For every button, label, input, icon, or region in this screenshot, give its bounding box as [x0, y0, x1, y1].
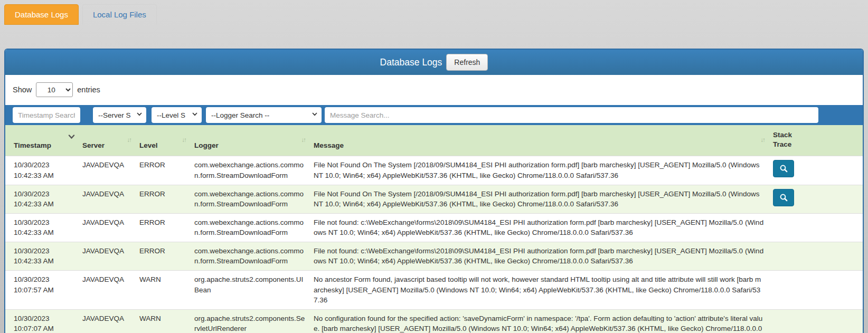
stack-trace-button[interactable] — [773, 189, 794, 206]
logger-select[interactable]: --Logger Search -- — [206, 107, 322, 123]
timestamp-search-input[interactable] — [13, 107, 80, 123]
column-header-stack-trace: Stack Trace — [769, 125, 863, 156]
column-header-logger[interactable]: Logger↓↑ — [190, 125, 309, 156]
message-cell: No configuration found for the specified… — [309, 309, 769, 333]
logger-cell: org.apache.struts2.components.UIBean — [190, 270, 309, 309]
entries-label: entries — [77, 85, 100, 94]
level-select[interactable]: --Level S — [152, 107, 202, 123]
server-cell: JAVADEVQA — [78, 185, 135, 213]
timestamp-cell: 10/30/2023 10:07:07 AM — [5, 309, 78, 333]
sort-both-icon: ↓↑ — [301, 137, 306, 143]
level-cell: ERROR — [135, 242, 190, 270]
level-cell: ERROR — [135, 185, 190, 213]
page-background: { "tabs": [ { "label": "Database Logs", … — [0, 0, 868, 333]
timestamp-cell: 10/30/2023 10:07:57 AM — [5, 270, 78, 309]
column-label: Timestamp — [14, 141, 51, 149]
table-head: TimestampServer↓↑Level↓↑Logger↓↑Message↓… — [5, 125, 863, 156]
column-label: Level — [139, 141, 158, 149]
table-row: 10/30/2023 10:07:07 AMJAVADEVQAWARNorg.a… — [5, 309, 863, 333]
entries-select[interactable]: 10 — [36, 82, 73, 97]
timestamp-cell: 10/30/2023 10:42:33 AM — [5, 213, 78, 242]
column-label: Server — [82, 141, 105, 149]
database-logs-panel: Database Logs Refresh Show 10 entries --… — [4, 49, 864, 333]
column-header-timestamp[interactable]: Timestamp — [5, 125, 78, 156]
stack-trace-cell — [769, 213, 863, 242]
message-cell: File not found: c:\WebExchange\forms\201… — [309, 242, 769, 270]
show-label: Show — [13, 85, 32, 94]
message-search-input[interactable] — [325, 107, 818, 123]
server-cell: JAVADEVQA — [78, 242, 135, 270]
table-row: 10/30/2023 10:07:57 AMJAVADEVQAWARNorg.a… — [5, 270, 863, 309]
refresh-button[interactable]: Refresh — [446, 54, 488, 71]
stack-trace-cell — [769, 156, 863, 185]
stack-trace-cell — [769, 185, 863, 213]
column-label: Logger — [194, 141, 219, 149]
search-icon — [779, 164, 788, 173]
server-cell: JAVADEVQA — [78, 213, 135, 242]
level-cell: WARN — [135, 309, 190, 333]
server-select[interactable]: --Server S — [93, 107, 146, 123]
logger-cell: org.apache.struts2.components.ServletUrl… — [190, 309, 309, 333]
stack-trace-cell — [769, 242, 863, 270]
server-filter: --Server S — [93, 107, 146, 123]
logger-cell: com.webexchange.actions.common.form.Stre… — [190, 185, 309, 213]
stack-trace-button[interactable] — [773, 160, 794, 177]
level-cell: ERROR — [135, 156, 190, 185]
message-cell: File Not Found On The System [/2018/09/S… — [309, 156, 769, 185]
sort-both-icon: ↓↑ — [182, 137, 186, 143]
logger-cell: com.webexchange.actions.common.form.Stre… — [190, 156, 309, 185]
logs-table: TimestampServer↓↑Level↓↑Logger↓↑Message↓… — [5, 125, 863, 333]
sort-desc-icon — [68, 135, 75, 139]
table-row: 10/30/2023 10:42:33 AMJAVADEVQAERRORcom.… — [5, 156, 863, 185]
sort-both-icon: ↓↑ — [761, 137, 765, 143]
tab-database-logs[interactable]: Database Logs — [4, 4, 79, 25]
level-cell: ERROR — [135, 213, 190, 242]
search-icon — [779, 193, 788, 202]
server-cell: JAVADEVQA — [78, 270, 135, 309]
table-header-row: TimestampServer↓↑Level↓↑Logger↓↑Message↓… — [5, 125, 863, 156]
column-header-message[interactable]: Message↓↑ — [309, 125, 769, 156]
logger-cell: com.webexchange.actions.common.form.Stre… — [190, 213, 309, 242]
table-row: 10/30/2023 10:42:33 AMJAVADEVQAERRORcom.… — [5, 242, 863, 270]
stack-trace-cell — [769, 309, 863, 333]
timestamp-cell: 10/30/2023 10:42:33 AM — [5, 185, 78, 213]
message-cell: No ancestor Form found, javascript based… — [309, 270, 769, 309]
logger-filter: --Logger Search -- — [206, 107, 322, 123]
message-cell: File Not Found On The System [/2018/09/S… — [309, 185, 769, 213]
panel-body: Show 10 entries --Server S --Level S — [5, 82, 863, 333]
timestamp-cell: 10/30/2023 10:42:33 AM — [5, 156, 78, 185]
level-cell: WARN — [135, 270, 190, 309]
show-entries-row: Show 10 entries — [13, 82, 863, 97]
server-cell: JAVADEVQA — [78, 156, 135, 185]
tab-local-log-files[interactable]: Local Log Files — [82, 4, 157, 25]
stack-trace-cell — [769, 270, 863, 309]
sort-both-icon: ↓↑ — [127, 137, 131, 143]
page-title: Database Logs — [380, 57, 442, 68]
panel-heading: Database Logs Refresh — [5, 50, 863, 75]
column-header-server[interactable]: Server↓↑ — [78, 125, 135, 156]
tab-bar: Database Logs Local Log Files — [4, 4, 157, 25]
column-header-level[interactable]: Level↓↑ — [135, 125, 190, 156]
message-cell: File not found: c:\WebExchange\forms\201… — [309, 213, 769, 242]
timestamp-cell: 10/30/2023 10:42:33 AM — [5, 242, 78, 270]
column-label: Stack Trace — [773, 130, 797, 149]
logger-cell: com.webexchange.actions.common.form.Stre… — [190, 242, 309, 270]
table-row: 10/30/2023 10:42:33 AMJAVADEVQAERRORcom.… — [5, 213, 863, 242]
table-body: 10/30/2023 10:42:33 AMJAVADEVQAERRORcom.… — [5, 156, 863, 333]
level-filter: --Level S — [152, 107, 202, 123]
server-cell: JAVADEVQA — [78, 309, 135, 333]
filter-bar: --Server S --Level S --Logger Search -- — [5, 105, 863, 125]
column-label: Message — [314, 141, 344, 149]
table-row: 10/30/2023 10:42:33 AMJAVADEVQAERRORcom.… — [5, 185, 863, 213]
